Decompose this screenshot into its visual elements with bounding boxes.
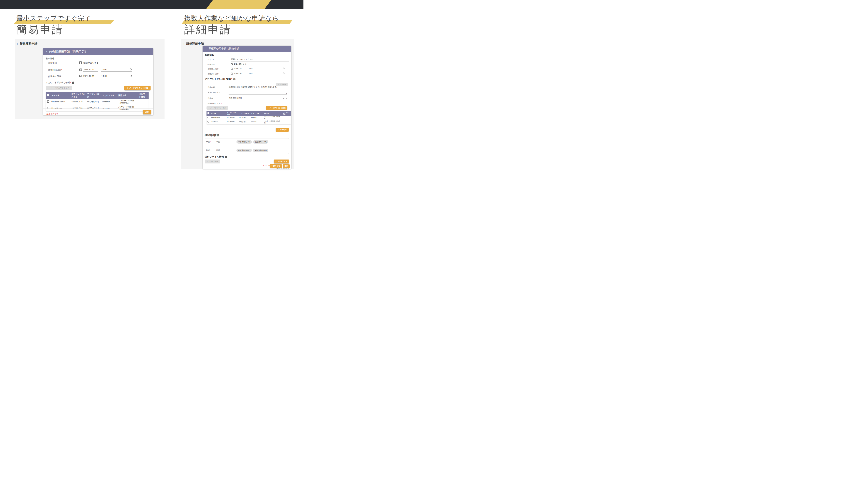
calendar-icon[interactable] <box>79 68 82 71</box>
expand-plus-icon[interactable]: + <box>17 42 18 45</box>
detailed-application-panel: + 新規詳細申請 + 高権限使用申請（詳細申請） 基本情報 タイトル 定期システ… <box>181 39 294 169</box>
left-tagline: 最小ステップですぐ完了 <box>17 14 91 23</box>
calendar-icon[interactable] <box>231 72 233 75</box>
end-time-input[interactable]: 14:00 <box>101 75 132 78</box>
confirm-row-label: 確認 <box>216 149 237 152</box>
confirm-required-label: 確認* <box>206 149 216 152</box>
col-password-notify: パスワード通知 <box>282 111 291 116</box>
row-checkbox[interactable] <box>208 117 209 118</box>
end-date-input[interactable]: 2023-12-11 <box>83 75 98 78</box>
col-password-notify: パスワード通知 <box>138 92 149 99</box>
node-account-table: ノード名 IPアドレス / ホスト名 アカウント種別 アカウント名 認証方式 パ… <box>207 111 291 124</box>
plus-icon: + <box>127 87 128 89</box>
clear-icon[interactable]: ✕ <box>283 97 285 99</box>
col-auth-method: 認証方式 <box>118 92 138 99</box>
end-time-input[interactable]: 14:00 <box>248 72 285 75</box>
calendar-icon[interactable] <box>231 68 233 70</box>
confirmer-chip[interactable]: 承認 太郎(apr01) <box>237 149 252 152</box>
business-filter-row: 業務の絞り込み ▼ <box>208 91 287 95</box>
slide: { "icons": { "plus": "+", "minus": "−", … <box>0 0 304 170</box>
col-ip-host: IPアドレス / ホスト名 <box>70 92 86 99</box>
right-tagline: 複数人作業など細かな申請なら <box>184 14 279 23</box>
confirmer-chip[interactable]: 承認 次郎(apr02) <box>253 149 268 152</box>
plus-icon: + <box>268 107 269 109</box>
approval-assign-box: 承認* 承認 承認 太郎(apr01) 承認 次郎(apr02) <box>205 138 289 145</box>
select-all-checkbox[interactable] <box>208 112 209 114</box>
account-section-label: アカウント払い出し情報 <box>46 81 70 84</box>
select-all-checkbox[interactable] <box>47 94 49 96</box>
emergency-row: 緊急申請 緊急申請をする <box>48 61 151 65</box>
emergency-label: 緊急申請 <box>208 63 231 66</box>
minus-icon: − <box>278 84 279 86</box>
left-headline: 最小ステップですぐ完了 簡易申請 <box>17 14 91 35</box>
node-buttons-row: − ノードアカウント除外 + ノードアカウント追加 <box>46 86 151 90</box>
title-input[interactable]: 定期システムメンテナンス <box>231 58 289 61</box>
detailed-panel-title[interactable]: + 新規詳細申請 <box>181 39 294 46</box>
worker-label: 作業者 * <box>208 97 228 100</box>
approver-chip[interactable]: 承認 次郎(apr02) <box>253 140 268 143</box>
expand-plus-icon[interactable]: + <box>205 47 207 50</box>
clock-icon[interactable] <box>283 68 284 69</box>
detailed-card-footer: 下書き保存 確認 <box>203 163 291 169</box>
account-section-header: アカウント払い出し情報* i <box>205 77 289 81</box>
work-content-label: 作業内容 <box>208 86 228 89</box>
row-checkbox[interactable] <box>208 121 209 123</box>
info-icon[interactable]: i <box>225 156 227 158</box>
chevron-down-icon[interactable]: ▼ <box>286 98 287 99</box>
detailed-card-header[interactable]: + 高権限使用申請（詳細申請） <box>203 46 291 52</box>
simple-card-header[interactable]: + 高権限使用申請（簡易申請） <box>43 48 153 55</box>
clock-icon[interactable] <box>130 75 132 77</box>
work-add-button[interactable]: + 作業追加 <box>276 128 289 132</box>
row-checkbox[interactable] <box>47 100 49 103</box>
start-date-input[interactable]: 2023-12-11 <box>83 68 98 72</box>
approval-row-label: 承認 <box>216 141 237 143</box>
simple-panel-title[interactable]: + 新規簡易申請 <box>15 39 164 46</box>
work-delete-button[interactable]: − 作業削除 <box>276 83 288 86</box>
basic-info-section-label: 基本情報 <box>205 54 289 57</box>
node-account-add-button[interactable]: + ノードアカウント追加 <box>266 106 287 110</box>
end-date-input[interactable]: 2023-12-11 <box>234 72 246 75</box>
info-icon[interactable]: i <box>72 82 74 84</box>
clock-icon[interactable] <box>283 72 284 74</box>
confirm-button[interactable]: 確認 <box>143 110 151 115</box>
table-row[interactable]: Windows Server 192.168.2.40 OSアカウント wina… <box>207 116 291 120</box>
simple-card-header-label: 高権限使用申請（簡易申請） <box>49 50 88 53</box>
work-content-input[interactable]: 販売管理システムに対する定期メンテナンス作業を実施します。 <box>228 86 287 89</box>
node-account-add-button[interactable]: + ノードアカウント追加 <box>124 86 151 90</box>
basic-info-section-label: 基本情報 <box>46 57 151 60</box>
emergency-checkbox[interactable] <box>231 63 233 65</box>
start-datetime-label: 作業開始日時* <box>48 68 79 71</box>
col-account-type: アカウント種別 <box>239 111 250 116</box>
col-ip-host: IPアドレス / ホスト名 <box>226 111 239 116</box>
title-row: タイトル 定期システムメンテナンス <box>208 58 289 61</box>
table-row[interactable]: Linux Server 192.168.2.53 OSアカウント sysadm… <box>207 120 291 124</box>
worker-select[interactable]: 作業 太郎(ope01) ✕ ▼ <box>228 97 287 100</box>
calendar-icon[interactable] <box>79 75 82 77</box>
plus-icon: + <box>278 129 279 131</box>
table-row[interactable]: Windows Server 192.168.2.40 OSアカウント wina… <box>46 99 149 105</box>
start-datetime-row: 作業開始日時* 2023-12-11 10:00 <box>48 68 151 72</box>
approver-chip[interactable]: 承認 太郎(apr01) <box>237 140 252 143</box>
node-account-remove-button[interactable]: − ノードアカウント除外 <box>207 106 228 110</box>
business-filter-select[interactable]: ▼ <box>228 91 287 95</box>
minus-icon: − <box>48 87 50 89</box>
business-filter-label: 業務の絞り込み <box>208 91 228 94</box>
right-headline: 複数人作業など細かな申請なら 詳細申請 <box>184 14 279 35</box>
confirm-button[interactable]: 確認 <box>283 164 290 168</box>
info-icon[interactable]: i <box>233 78 236 80</box>
node-account-remove-button[interactable]: − ノードアカウント除外 <box>46 86 72 90</box>
emergency-checkbox[interactable] <box>79 61 82 64</box>
col-node-name: ノード名 <box>210 111 226 116</box>
expand-plus-icon[interactable]: + <box>183 42 185 45</box>
emergency-checkbox-label[interactable]: 緊急申請をする <box>234 63 247 66</box>
work-add-row: + 作業追加 <box>205 128 289 132</box>
save-draft-button[interactable]: 下書き保存 <box>270 164 282 168</box>
expand-plus-icon[interactable]: + <box>46 50 48 53</box>
chevron-down-icon[interactable]: ▼ <box>286 93 287 94</box>
start-time-input[interactable]: 10:00 <box>248 68 285 70</box>
approval-required-label: 承認* <box>206 141 216 143</box>
start-time-input[interactable]: 10:00 <box>101 68 132 72</box>
start-date-input[interactable]: 2023-12-11 <box>234 68 246 70</box>
clock-icon[interactable] <box>130 68 132 70</box>
emergency-checkbox-label[interactable]: 緊急申請をする <box>83 61 99 64</box>
